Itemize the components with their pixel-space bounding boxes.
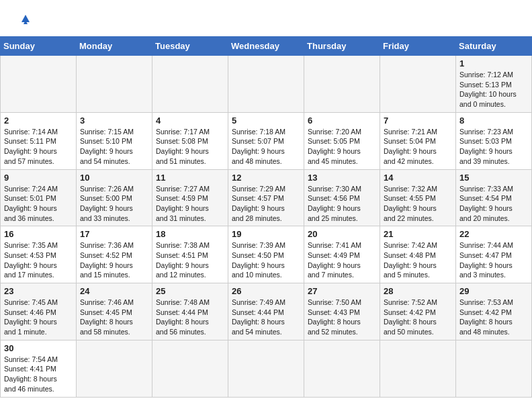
calendar-cell (152, 340, 228, 397)
day-number: 8 (459, 116, 528, 126)
weekday-header-friday: Friday (380, 37, 456, 56)
calendar-cell: 22Sunrise: 7:44 AM Sunset: 4:47 PM Dayli… (456, 226, 532, 283)
day-info: Sunrise: 7:44 AM Sunset: 4:47 PM Dayligh… (459, 240, 528, 280)
day-number: 3 (80, 116, 148, 126)
day-info: Sunrise: 7:39 AM Sunset: 4:50 PM Dayligh… (232, 240, 300, 280)
calendar-cell (456, 340, 532, 397)
calendar-table: SundayMondayTuesdayWednesdayThursdayFrid… (0, 36, 532, 398)
page: SundayMondayTuesdayWednesdayThursdayFrid… (0, 0, 532, 398)
day-info: Sunrise: 7:49 AM Sunset: 4:44 PM Dayligh… (232, 298, 300, 337)
day-info: Sunrise: 7:41 AM Sunset: 4:49 PM Dayligh… (308, 240, 376, 280)
calendar-cell: 25Sunrise: 7:48 AM Sunset: 4:44 PM Dayli… (152, 283, 228, 340)
calendar-cell: 2Sunrise: 7:14 AM Sunset: 5:11 PM Daylig… (1, 112, 77, 169)
generalblue-icon (13, 12, 38, 27)
calendar-cell: 7Sunrise: 7:21 AM Sunset: 5:04 PM Daylig… (380, 112, 456, 169)
calendar-cell: 17Sunrise: 7:36 AM Sunset: 4:52 PM Dayli… (77, 226, 152, 283)
week-row-0: 1Sunrise: 7:12 AM Sunset: 5:13 PM Daylig… (1, 56, 532, 113)
day-number: 17 (80, 229, 148, 239)
calendar-cell: 23Sunrise: 7:45 AM Sunset: 4:46 PM Dayli… (1, 283, 77, 340)
day-number: 13 (308, 173, 376, 183)
day-info: Sunrise: 7:50 AM Sunset: 4:43 PM Dayligh… (308, 298, 376, 337)
day-number: 9 (4, 173, 73, 183)
day-number: 7 (384, 116, 452, 126)
day-number: 24 (80, 286, 148, 296)
day-number: 28 (384, 286, 452, 296)
day-info: Sunrise: 7:20 AM Sunset: 5:05 PM Dayligh… (308, 127, 376, 167)
day-number: 6 (308, 116, 376, 126)
calendar-cell (380, 340, 456, 397)
day-number: 4 (156, 116, 224, 126)
calendar-cell: 1Sunrise: 7:12 AM Sunset: 5:13 PM Daylig… (456, 56, 532, 113)
calendar-cell: 15Sunrise: 7:33 AM Sunset: 4:54 PM Dayli… (456, 169, 532, 226)
day-info: Sunrise: 7:30 AM Sunset: 4:56 PM Dayligh… (308, 184, 376, 224)
calendar-cell (228, 56, 304, 113)
day-info: Sunrise: 7:17 AM Sunset: 5:08 PM Dayligh… (156, 127, 224, 167)
day-number: 23 (4, 286, 73, 296)
calendar-cell: 11Sunrise: 7:27 AM Sunset: 4:59 PM Dayli… (152, 169, 228, 226)
day-number: 19 (232, 229, 300, 239)
calendar-cell: 14Sunrise: 7:32 AM Sunset: 4:55 PM Dayli… (380, 169, 456, 226)
calendar-cell: 6Sunrise: 7:20 AM Sunset: 5:05 PM Daylig… (304, 112, 380, 169)
weekday-header-saturday: Saturday (456, 37, 532, 56)
day-info: Sunrise: 7:36 AM Sunset: 4:52 PM Dayligh… (80, 240, 148, 280)
day-info: Sunrise: 7:12 AM Sunset: 5:13 PM Dayligh… (459, 70, 528, 109)
day-number: 5 (232, 116, 300, 126)
calendar-cell: 27Sunrise: 7:50 AM Sunset: 4:43 PM Dayli… (304, 283, 380, 340)
day-info: Sunrise: 7:26 AM Sunset: 5:00 PM Dayligh… (80, 184, 148, 224)
calendar-cell: 28Sunrise: 7:52 AM Sunset: 4:42 PM Dayli… (380, 283, 456, 340)
calendar-cell: 3Sunrise: 7:15 AM Sunset: 5:10 PM Daylig… (77, 112, 152, 169)
day-number: 2 (4, 116, 73, 126)
calendar-cell: 29Sunrise: 7:53 AM Sunset: 4:42 PM Dayli… (456, 283, 532, 340)
week-row-1: 2Sunrise: 7:14 AM Sunset: 5:11 PM Daylig… (1, 112, 532, 169)
weekday-header-wednesday: Wednesday (228, 37, 304, 56)
calendar-cell: 20Sunrise: 7:41 AM Sunset: 4:49 PM Dayli… (304, 226, 380, 283)
day-info: Sunrise: 7:29 AM Sunset: 4:57 PM Dayligh… (232, 184, 300, 224)
week-row-3: 16Sunrise: 7:35 AM Sunset: 4:53 PM Dayli… (1, 226, 532, 283)
calendar-cell (304, 340, 380, 397)
week-row-4: 23Sunrise: 7:45 AM Sunset: 4:46 PM Dayli… (1, 283, 532, 340)
day-number: 26 (232, 286, 300, 296)
day-number: 15 (459, 173, 528, 183)
calendar-cell: 19Sunrise: 7:39 AM Sunset: 4:50 PM Dayli… (228, 226, 304, 283)
logo (13, 11, 40, 27)
calendar-cell (77, 56, 152, 113)
day-info: Sunrise: 7:15 AM Sunset: 5:10 PM Dayligh… (80, 127, 148, 167)
day-info: Sunrise: 7:46 AM Sunset: 4:45 PM Dayligh… (80, 298, 148, 337)
calendar-cell: 21Sunrise: 7:42 AM Sunset: 4:48 PM Dayli… (380, 226, 456, 283)
calendar-cell (1, 56, 77, 113)
calendar-cell (304, 56, 380, 113)
day-info: Sunrise: 7:38 AM Sunset: 4:51 PM Dayligh… (156, 240, 224, 280)
day-number: 22 (459, 229, 528, 239)
calendar-cell (152, 56, 228, 113)
day-info: Sunrise: 7:35 AM Sunset: 4:53 PM Dayligh… (4, 240, 73, 280)
week-row-5: 30Sunrise: 7:54 AM Sunset: 4:41 PM Dayli… (1, 340, 532, 397)
day-number: 21 (384, 229, 452, 239)
day-info: Sunrise: 7:53 AM Sunset: 4:42 PM Dayligh… (459, 298, 528, 337)
calendar-cell: 10Sunrise: 7:26 AM Sunset: 5:00 PM Dayli… (77, 169, 152, 226)
day-info: Sunrise: 7:52 AM Sunset: 4:42 PM Dayligh… (384, 298, 452, 337)
calendar-cell: 24Sunrise: 7:46 AM Sunset: 4:45 PM Dayli… (77, 283, 152, 340)
weekday-header-thursday: Thursday (304, 37, 380, 56)
day-number: 30 (4, 343, 73, 353)
day-info: Sunrise: 7:21 AM Sunset: 5:04 PM Dayligh… (384, 127, 452, 167)
day-info: Sunrise: 7:32 AM Sunset: 4:55 PM Dayligh… (384, 184, 452, 224)
calendar-cell: 12Sunrise: 7:29 AM Sunset: 4:57 PM Dayli… (228, 169, 304, 226)
calendar-cell: 18Sunrise: 7:38 AM Sunset: 4:51 PM Dayli… (152, 226, 228, 283)
calendar-cell: 4Sunrise: 7:17 AM Sunset: 5:08 PM Daylig… (152, 112, 228, 169)
day-number: 18 (156, 229, 224, 239)
day-info: Sunrise: 7:54 AM Sunset: 4:41 PM Dayligh… (4, 355, 73, 394)
weekday-header-sunday: Sunday (1, 37, 77, 56)
day-info: Sunrise: 7:45 AM Sunset: 4:46 PM Dayligh… (4, 298, 73, 337)
day-info: Sunrise: 7:14 AM Sunset: 5:11 PM Dayligh… (4, 127, 73, 167)
day-info: Sunrise: 7:42 AM Sunset: 4:48 PM Dayligh… (384, 240, 452, 280)
calendar-cell: 9Sunrise: 7:24 AM Sunset: 5:01 PM Daylig… (1, 169, 77, 226)
weekday-header-tuesday: Tuesday (152, 37, 228, 56)
day-number: 25 (156, 286, 224, 296)
day-number: 10 (80, 173, 148, 183)
calendar-cell: 30Sunrise: 7:54 AM Sunset: 4:41 PM Dayli… (1, 340, 77, 397)
calendar-cell: 13Sunrise: 7:30 AM Sunset: 4:56 PM Dayli… (304, 169, 380, 226)
calendar-cell (380, 56, 456, 113)
calendar-cell: 26Sunrise: 7:49 AM Sunset: 4:44 PM Dayli… (228, 283, 304, 340)
day-number: 20 (308, 229, 376, 239)
day-info: Sunrise: 7:27 AM Sunset: 4:59 PM Dayligh… (156, 184, 224, 224)
